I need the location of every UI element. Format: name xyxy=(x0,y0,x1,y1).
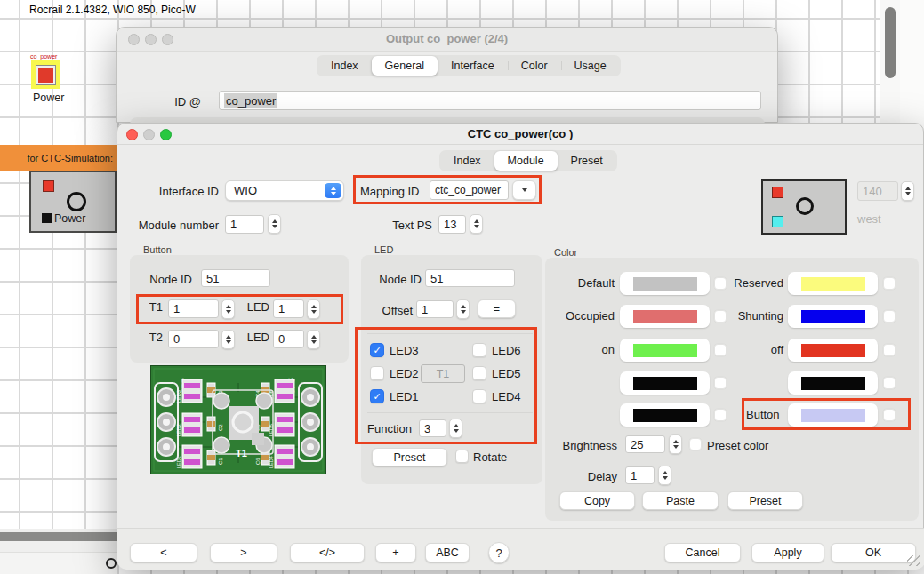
color-off-label: off xyxy=(712,343,783,356)
xml-button[interactable]: </> xyxy=(290,543,365,562)
paste-button[interactable]: Paste xyxy=(642,491,719,510)
color-reserved-checkbox[interactable] xyxy=(883,277,896,290)
offset-input[interactable]: 1 xyxy=(416,300,454,318)
preset-color-checkbox[interactable] xyxy=(689,438,702,450)
tab-index[interactable]: Index xyxy=(440,151,494,171)
color-preset-button[interactable]: Preset xyxy=(727,491,803,510)
color-off-checkbox[interactable] xyxy=(883,344,896,356)
color-reserved-swatch[interactable] xyxy=(788,272,878,295)
horizontal-scrollbar[interactable] xyxy=(0,532,117,541)
preview-value-input: 140 xyxy=(857,181,898,201)
t2-stepper[interactable] xyxy=(221,330,235,349)
pcb-image: JP7 JP8 LED3 LED2 LED1 LED6 LED5 LED4 xyxy=(150,365,326,474)
vertical-scrollbar-track[interactable] xyxy=(880,0,900,130)
plan-ctc-widget[interactable]: Power xyxy=(29,171,117,233)
color-on-swatch[interactable] xyxy=(620,339,710,362)
output-dialog-titlebar[interactable]: Output co_power (2/4) xyxy=(117,28,777,52)
mapping-id-dropdown-button[interactable] xyxy=(512,180,536,200)
apply-button[interactable]: Apply xyxy=(751,543,824,562)
led3-checkbox[interactable] xyxy=(370,343,384,357)
function-input[interactable]: 3 xyxy=(419,419,446,437)
tab-usage[interactable]: Usage xyxy=(561,56,620,76)
t2-input[interactable]: 0 xyxy=(168,330,219,348)
color-button-checkbox[interactable] xyxy=(883,409,896,421)
tab-module[interactable]: Module xyxy=(494,151,558,171)
delay-label: Delay xyxy=(563,470,617,483)
module-number-input[interactable]: 1 xyxy=(225,215,264,234)
mapping-id-input[interactable]: ctc_co_power xyxy=(430,180,509,200)
t1-input[interactable]: 1 xyxy=(168,299,219,318)
svg-text:C6: C6 xyxy=(255,458,261,465)
add-button[interactable]: + xyxy=(375,543,416,562)
color-occupied-swatch[interactable] xyxy=(620,305,710,328)
vertical-scrollbar-thumb[interactable] xyxy=(885,7,896,78)
plan-output-symbol[interactable] xyxy=(31,60,60,89)
text-ps-stepper[interactable] xyxy=(470,214,483,234)
ctc-dialog-titlebar[interactable]: CTC co_power(co ) xyxy=(117,124,923,145)
pcb-leds-left xyxy=(182,379,202,468)
equals-button[interactable]: = xyxy=(478,299,516,318)
color-shunting-checkbox[interactable] xyxy=(883,310,896,323)
module-number-stepper[interactable] xyxy=(268,214,281,234)
t1-stepper[interactable] xyxy=(221,299,235,319)
text-ps-input[interactable]: 13 xyxy=(438,215,466,234)
clock-icon xyxy=(106,558,117,569)
interface-id-select[interactable]: WIO xyxy=(225,180,344,201)
t2-led-input[interactable]: 0 xyxy=(273,330,304,348)
tab-index[interactable]: Index xyxy=(317,56,372,76)
led-group-title: LED xyxy=(374,244,393,255)
function-stepper[interactable] xyxy=(449,419,462,438)
prev-button[interactable]: < xyxy=(130,543,197,562)
copy-button[interactable]: Copy xyxy=(559,491,635,510)
color-off-swatch[interactable] xyxy=(788,339,878,362)
color-shunting-swatch[interactable] xyxy=(788,305,878,328)
led5-checkbox[interactable] xyxy=(472,366,486,380)
resize-grip[interactable] xyxy=(907,555,920,566)
led-preset-button[interactable]: Preset xyxy=(372,448,447,466)
delay-input[interactable]: 1 xyxy=(625,466,655,484)
led1-checkbox[interactable] xyxy=(370,389,384,403)
output-on-indicator xyxy=(36,66,55,84)
tab-preset[interactable]: Preset xyxy=(558,151,616,171)
svg-text:LED3: LED3 xyxy=(176,390,181,403)
preview-value-stepper[interactable] xyxy=(901,181,914,201)
button-group-title: Button xyxy=(143,244,172,255)
color-default-swatch[interactable] xyxy=(620,272,710,295)
tab-general[interactable]: General xyxy=(372,56,438,76)
t1-led-stepper[interactable] xyxy=(307,299,320,319)
output-dialog: Output co_power (2/4) Index General Inte… xyxy=(116,27,778,123)
color-extra2-swatch[interactable] xyxy=(788,371,878,395)
brightness-stepper[interactable] xyxy=(669,434,682,454)
color-extra3-swatch[interactable] xyxy=(620,403,710,427)
led2-checkbox[interactable] xyxy=(370,366,384,380)
led6-checkbox[interactable] xyxy=(472,343,486,357)
tab-interface[interactable]: Interface xyxy=(438,56,508,76)
button-node-id-input[interactable]: 51 xyxy=(201,269,270,287)
ok-button[interactable]: OK xyxy=(831,543,916,562)
color-extra2-checkbox[interactable] xyxy=(883,377,896,389)
offset-stepper[interactable] xyxy=(456,299,470,319)
delay-stepper[interactable] xyxy=(658,466,671,485)
brightness-input[interactable]: 25 xyxy=(625,435,665,453)
svg-text:C1: C1 xyxy=(218,458,223,465)
cancel-button[interactable]: Cancel xyxy=(664,543,741,562)
id-input[interactable]: co_power xyxy=(219,91,761,110)
color-extra1-swatch[interactable] xyxy=(620,371,710,395)
rotate-checkbox[interactable] xyxy=(455,450,469,463)
help-button[interactable]: ? xyxy=(488,542,510,563)
ctc-button-circle[interactable] xyxy=(67,192,86,211)
t1-led-input[interactable]: 1 xyxy=(273,299,304,318)
color-button-swatch[interactable] xyxy=(788,403,878,427)
output-tab-bar: Index General Interface Color Usage xyxy=(317,55,621,76)
led4-checkbox[interactable] xyxy=(472,389,486,403)
t2-led-stepper[interactable] xyxy=(307,330,320,349)
abc-button[interactable]: ABC xyxy=(425,543,470,562)
color-extra1-checkbox[interactable] xyxy=(714,377,727,389)
tab-color[interactable]: Color xyxy=(508,56,561,76)
led-node-id-input[interactable]: 51 xyxy=(425,269,515,287)
preview-button-circle xyxy=(796,197,814,215)
color-extra3-checkbox[interactable] xyxy=(714,409,727,421)
output-dialog-title: Output co_power (2/4) xyxy=(117,32,777,45)
next-button[interactable]: > xyxy=(210,543,277,562)
led1-label: LED1 xyxy=(390,390,419,403)
